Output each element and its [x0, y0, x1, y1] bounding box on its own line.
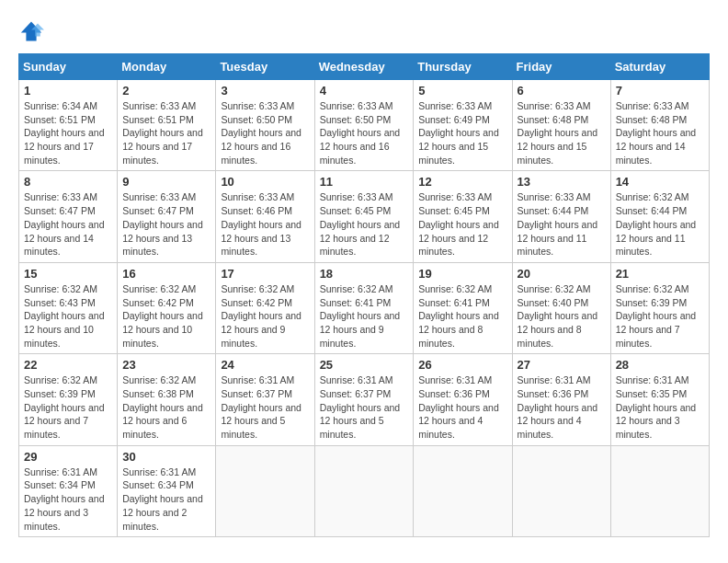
calendar-cell: 24 Sunrise: 6:31 AMSunset: 6:37 PMDaylig…	[216, 354, 314, 445]
day-number: 3	[221, 84, 309, 98]
day-info: Sunrise: 6:32 AMSunset: 6:42 PMDaylight …	[221, 283, 301, 349]
day-number: 30	[122, 450, 210, 464]
calendar-cell	[414, 445, 512, 536]
day-info: Sunrise: 6:31 AMSunset: 6:35 PMDaylight …	[616, 374, 697, 440]
day-info: Sunrise: 6:33 AMSunset: 6:48 PMDaylight …	[616, 100, 697, 166]
calendar-cell: 1 Sunrise: 6:34 AMSunset: 6:51 PMDayligh…	[19, 80, 118, 171]
day-info: Sunrise: 6:32 AMSunset: 6:41 PMDaylight …	[320, 283, 401, 349]
calendar-cell: 12 Sunrise: 6:33 AMSunset: 6:45 PMDaylig…	[414, 171, 512, 262]
day-info: Sunrise: 6:32 AMSunset: 6:41 PMDaylight …	[418, 283, 499, 349]
day-info: Sunrise: 6:31 AMSunset: 6:37 PMDaylight …	[320, 374, 401, 440]
day-number: 27	[518, 358, 606, 372]
day-info: Sunrise: 6:33 AMSunset: 6:50 PMDaylight …	[221, 100, 301, 166]
calendar-cell: 21 Sunrise: 6:32 AMSunset: 6:39 PMDaylig…	[610, 262, 709, 353]
calendar-cell: 28 Sunrise: 6:31 AMSunset: 6:35 PMDaylig…	[610, 354, 709, 445]
day-info: Sunrise: 6:32 AMSunset: 6:43 PMDaylight …	[24, 283, 105, 349]
calendar-cell: 13 Sunrise: 6:33 AMSunset: 6:44 PMDaylig…	[512, 171, 610, 262]
day-number: 26	[418, 358, 506, 372]
day-number: 11	[320, 175, 409, 189]
day-info: Sunrise: 6:33 AMSunset: 6:44 PMDaylight …	[518, 191, 598, 257]
day-info: Sunrise: 6:31 AMSunset: 6:34 PMDaylight …	[24, 466, 105, 532]
day-number: 15	[24, 267, 112, 281]
day-number: 28	[616, 358, 704, 372]
calendar-cell: 7 Sunrise: 6:33 AMSunset: 6:48 PMDayligh…	[610, 80, 709, 171]
day-number: 16	[122, 267, 210, 281]
logo	[18, 18, 48, 44]
weekday-header-sunday: Sunday	[19, 54, 118, 80]
calendar-cell: 25 Sunrise: 6:31 AMSunset: 6:37 PMDaylig…	[314, 354, 414, 445]
day-number: 5	[418, 84, 506, 98]
day-info: Sunrise: 6:33 AMSunset: 6:47 PMDaylight …	[24, 191, 105, 257]
calendar-cell: 10 Sunrise: 6:33 AMSunset: 6:46 PMDaylig…	[216, 171, 314, 262]
day-info: Sunrise: 6:31 AMSunset: 6:36 PMDaylight …	[418, 374, 499, 440]
calendar-cell: 14 Sunrise: 6:32 AMSunset: 6:44 PMDaylig…	[610, 171, 709, 262]
weekday-header-thursday: Thursday	[414, 54, 512, 80]
day-info: Sunrise: 6:33 AMSunset: 6:45 PMDaylight …	[320, 191, 401, 257]
day-number: 25	[320, 358, 409, 372]
day-number: 7	[616, 84, 704, 98]
calendar-cell	[216, 445, 314, 536]
calendar-cell: 19 Sunrise: 6:32 AMSunset: 6:41 PMDaylig…	[414, 262, 512, 353]
calendar-cell: 22 Sunrise: 6:32 AMSunset: 6:39 PMDaylig…	[19, 354, 118, 445]
day-info: Sunrise: 6:31 AMSunset: 6:36 PMDaylight …	[518, 374, 598, 440]
calendar-cell	[512, 445, 610, 536]
calendar-cell: 26 Sunrise: 6:31 AMSunset: 6:36 PMDaylig…	[414, 354, 512, 445]
day-number: 14	[616, 175, 704, 189]
calendar-cell: 30 Sunrise: 6:31 AMSunset: 6:34 PMDaylig…	[118, 445, 216, 536]
day-number: 12	[418, 175, 506, 189]
calendar-cell: 6 Sunrise: 6:33 AMSunset: 6:48 PMDayligh…	[512, 80, 610, 171]
day-number: 4	[320, 84, 409, 98]
day-number: 29	[24, 450, 112, 464]
day-info: Sunrise: 6:33 AMSunset: 6:48 PMDaylight …	[518, 100, 598, 166]
day-info: Sunrise: 6:31 AMSunset: 6:37 PMDaylight …	[221, 374, 301, 440]
day-number: 18	[320, 267, 409, 281]
day-number: 17	[221, 267, 309, 281]
day-number: 9	[122, 175, 210, 189]
calendar-cell: 9 Sunrise: 6:33 AMSunset: 6:47 PMDayligh…	[118, 171, 216, 262]
day-info: Sunrise: 6:32 AMSunset: 6:38 PMDaylight …	[122, 374, 203, 440]
calendar-cell	[610, 445, 709, 536]
day-info: Sunrise: 6:33 AMSunset: 6:51 PMDaylight …	[122, 100, 203, 166]
day-number: 19	[418, 267, 506, 281]
calendar-cell: 11 Sunrise: 6:33 AMSunset: 6:45 PMDaylig…	[314, 171, 414, 262]
calendar-cell: 3 Sunrise: 6:33 AMSunset: 6:50 PMDayligh…	[216, 80, 314, 171]
calendar-cell: 29 Sunrise: 6:31 AMSunset: 6:34 PMDaylig…	[19, 445, 118, 536]
weekday-header-friday: Friday	[512, 54, 610, 80]
day-number: 13	[518, 175, 606, 189]
calendar-cell	[314, 445, 414, 536]
logo-icon	[18, 18, 44, 44]
calendar-cell: 18 Sunrise: 6:32 AMSunset: 6:41 PMDaylig…	[314, 262, 414, 353]
day-number: 1	[24, 84, 112, 98]
day-number: 10	[221, 175, 309, 189]
weekday-header-saturday: Saturday	[610, 54, 709, 80]
day-number: 20	[518, 267, 606, 281]
day-info: Sunrise: 6:33 AMSunset: 6:50 PMDaylight …	[320, 100, 401, 166]
day-number: 8	[24, 175, 112, 189]
calendar-cell: 15 Sunrise: 6:32 AMSunset: 6:43 PMDaylig…	[19, 262, 118, 353]
calendar-cell: 4 Sunrise: 6:33 AMSunset: 6:50 PMDayligh…	[314, 80, 414, 171]
day-info: Sunrise: 6:31 AMSunset: 6:34 PMDaylight …	[122, 466, 203, 532]
calendar-table: SundayMondayTuesdayWednesdayThursdayFrid…	[18, 53, 710, 537]
day-number: 2	[122, 84, 210, 98]
calendar-cell: 8 Sunrise: 6:33 AMSunset: 6:47 PMDayligh…	[19, 171, 118, 262]
day-number: 22	[24, 358, 112, 372]
day-number: 24	[221, 358, 309, 372]
day-number: 23	[122, 358, 210, 372]
calendar-cell: 20 Sunrise: 6:32 AMSunset: 6:40 PMDaylig…	[512, 262, 610, 353]
weekday-header-wednesday: Wednesday	[314, 54, 414, 80]
day-info: Sunrise: 6:33 AMSunset: 6:47 PMDaylight …	[122, 191, 203, 257]
weekday-header-monday: Monday	[118, 54, 216, 80]
day-info: Sunrise: 6:33 AMSunset: 6:46 PMDaylight …	[221, 191, 301, 257]
day-number: 21	[616, 267, 704, 281]
calendar-cell: 2 Sunrise: 6:33 AMSunset: 6:51 PMDayligh…	[118, 80, 216, 171]
day-number: 6	[518, 84, 606, 98]
calendar-cell: 5 Sunrise: 6:33 AMSunset: 6:49 PMDayligh…	[414, 80, 512, 171]
calendar-cell: 23 Sunrise: 6:32 AMSunset: 6:38 PMDaylig…	[118, 354, 216, 445]
day-info: Sunrise: 6:32 AMSunset: 6:39 PMDaylight …	[24, 374, 105, 440]
calendar-cell: 17 Sunrise: 6:32 AMSunset: 6:42 PMDaylig…	[216, 262, 314, 353]
day-info: Sunrise: 6:33 AMSunset: 6:45 PMDaylight …	[418, 191, 499, 257]
calendar-cell: 16 Sunrise: 6:32 AMSunset: 6:42 PMDaylig…	[118, 262, 216, 353]
day-info: Sunrise: 6:32 AMSunset: 6:40 PMDaylight …	[518, 283, 598, 349]
day-info: Sunrise: 6:34 AMSunset: 6:51 PMDaylight …	[24, 100, 105, 166]
weekday-header-tuesday: Tuesday	[216, 54, 314, 80]
